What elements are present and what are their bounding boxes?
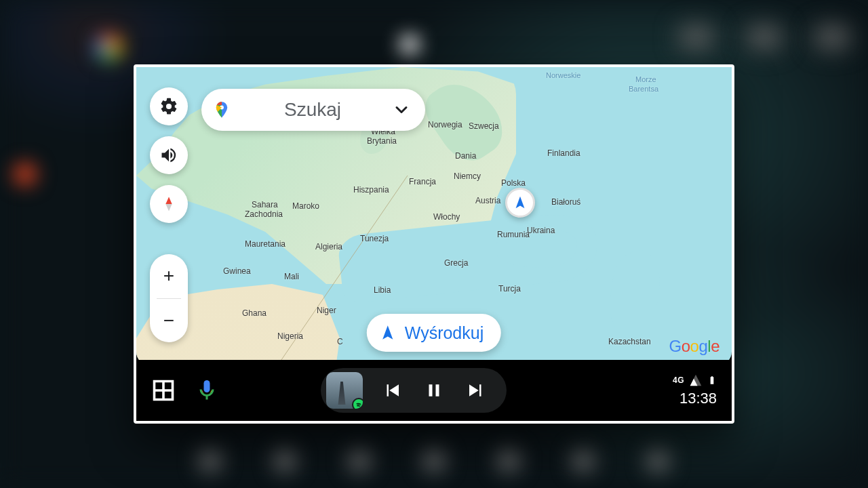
app-launcher-button[interactable] <box>151 378 176 403</box>
map-place-label: C <box>337 337 343 346</box>
pause-button[interactable] <box>421 378 447 403</box>
map-place-label: Ghana <box>242 308 267 318</box>
zoom-control: + − <box>150 254 188 342</box>
map-place-label: Turcja <box>498 284 521 293</box>
map-place-label: Grecja <box>444 258 468 268</box>
map-place-label: Norweskie <box>546 71 580 79</box>
chevron-down-icon[interactable] <box>390 98 413 121</box>
recenter-label: Wyśrodkuj <box>405 323 484 343</box>
zoom-out-button[interactable]: − <box>150 299 188 343</box>
map-place-label: Nigeria <box>277 331 303 341</box>
bottom-bar: 4G 13:38 <box>136 360 732 421</box>
settings-button[interactable] <box>150 87 188 125</box>
map-place-label: Algieria <box>315 242 342 251</box>
clock: 13:38 <box>679 390 717 407</box>
google-logo: Google <box>669 337 719 356</box>
network-label: 4G <box>673 375 684 385</box>
map-canvas[interactable]: NorweskieMorzeBarentsaWielkaBrytaniaNorw… <box>136 67 732 365</box>
android-auto-display: NorweskieMorzeBarentsaWielkaBrytaniaNorw… <box>134 64 734 424</box>
spotify-badge-icon <box>352 398 363 409</box>
map-place-label: Norwegia <box>428 120 462 129</box>
google-maps-icon <box>212 100 231 119</box>
map-place-label: Tunezja <box>360 234 389 243</box>
map-place-label: Dania <box>455 151 476 161</box>
map-place-label: Maroko <box>292 201 319 211</box>
previous-track-button[interactable] <box>379 378 405 403</box>
recenter-button[interactable]: Wyśrodkuj <box>367 314 501 352</box>
volume-button[interactable] <box>150 136 188 174</box>
next-track-button[interactable] <box>463 378 489 403</box>
signal-icon <box>688 373 703 387</box>
map-place-label: Libia <box>374 285 391 295</box>
battery-icon <box>707 373 717 387</box>
map-place-label: Polska <box>501 178 526 188</box>
map-place-label: Szwecja <box>469 121 499 131</box>
map-place-label: Mali <box>284 272 299 281</box>
map-place-label: Mauretania <box>245 239 285 249</box>
map-place-label: Niger <box>317 306 336 315</box>
navigation-arrow-icon <box>379 324 397 342</box>
map-place-label: Białoruś <box>551 197 580 207</box>
map-place-label: Francja <box>409 177 436 186</box>
map-place-label: Sahara <box>252 200 278 209</box>
search-bar[interactable]: Szukaj <box>201 89 425 131</box>
zoom-in-button[interactable]: + <box>150 254 188 298</box>
map-place-label: Kazachstan <box>608 337 651 346</box>
compass-button[interactable] <box>150 185 188 223</box>
map-place-label: Barentsa <box>629 85 658 93</box>
map-place-label: Rumunia <box>497 230 530 239</box>
map-place-label: Morze <box>635 75 656 83</box>
voice-assistant-button[interactable] <box>195 378 219 403</box>
album-art[interactable] <box>326 372 363 409</box>
media-control-pill <box>321 368 507 413</box>
map-place-label: Brytania <box>367 136 397 146</box>
search-placeholder: Szukaj <box>235 99 390 121</box>
map-place-label: Ukraina <box>527 226 555 235</box>
map-place-label: Austria <box>475 196 500 205</box>
status-icons: 4G <box>673 373 717 387</box>
current-location-marker <box>505 188 535 218</box>
map-place-label: Włochy <box>433 212 460 222</box>
map-place-label: Hiszpania <box>353 185 389 195</box>
map-place-label: Gwinea <box>223 266 251 276</box>
map-place-label: Zachodnia <box>245 209 283 219</box>
map-place-label: Niemcy <box>454 171 481 181</box>
map-place-label: Finlandia <box>547 148 580 158</box>
